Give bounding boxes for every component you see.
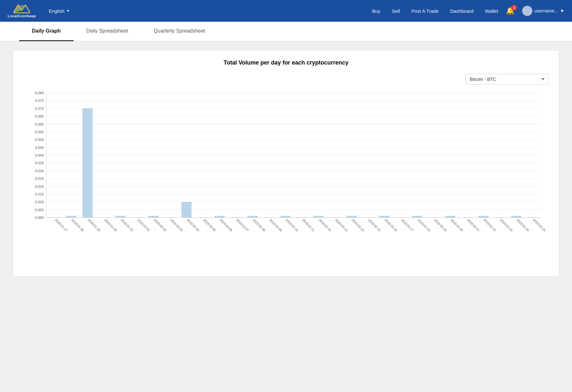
svg-rect-57 <box>380 216 389 218</box>
chart-area: 0.0000.0050.0100.0150.0200.0250.0300.035… <box>23 90 549 269</box>
svg-text:2019-02-05: 2019-02-05 <box>202 218 216 232</box>
chart-container: Total Volume per day for each cryptocurr… <box>13 50 559 277</box>
crypto-select[interactable]: Bitcoin - BTC Ethereum - ETH Litecoin - … <box>466 74 549 85</box>
logo-icon <box>13 4 30 13</box>
svg-text:2019-01-27: 2019-01-27 <box>54 218 68 232</box>
svg-rect-38 <box>66 216 76 218</box>
chart-title: Total Volume per day for each cryptocurr… <box>23 59 549 66</box>
svg-text:0.045: 0.045 <box>35 146 44 150</box>
svg-rect-61 <box>445 216 455 218</box>
svg-text:0.000: 0.000 <box>35 216 44 219</box>
nav-post-trade[interactable]: Post A Trade <box>411 8 439 14</box>
svg-text:2019-02-10: 2019-02-10 <box>285 218 299 232</box>
svg-rect-55 <box>347 216 357 218</box>
svg-text:2019-02-09: 2019-02-09 <box>269 218 283 232</box>
nav-wallet[interactable]: Wallet <box>485 8 498 14</box>
logo-text: LocalCoinSwap <box>8 14 36 18</box>
nav-sell[interactable]: Sell <box>392 8 400 14</box>
svg-rect-45 <box>182 202 192 218</box>
svg-text:2019-02-12: 2019-02-12 <box>318 218 332 232</box>
user-chevron-icon: ▼ <box>560 8 564 13</box>
svg-text:2019-02-14: 2019-02-14 <box>351 218 365 232</box>
svg-rect-47 <box>215 216 224 218</box>
svg-text:2019-01-31: 2019-01-31 <box>120 218 134 232</box>
svg-text:2019-02-11: 2019-02-11 <box>302 218 316 232</box>
svg-text:2019-02-08: 2019-02-08 <box>252 218 266 232</box>
navbar: LocalCoinSwap English ▼ Buy Sell Post A … <box>0 0 572 22</box>
svg-text:0.005: 0.005 <box>35 208 44 212</box>
svg-text:0.010: 0.010 <box>35 200 44 204</box>
svg-text:2019-02-22: 2019-02-22 <box>483 218 497 232</box>
tabs-bar: Daily Graph Daily Spreadsheet Quarterly … <box>0 22 572 41</box>
svg-text:2019-02-18: 2019-02-18 <box>417 218 431 232</box>
nav-links: Buy Sell Post A Trade Dashboard Wallet <box>372 8 498 14</box>
svg-rect-41 <box>116 216 126 218</box>
svg-text:2019-02-23: 2019-02-23 <box>499 218 513 232</box>
svg-text:2019-02-02: 2019-02-02 <box>153 218 167 232</box>
svg-text:2019-02-04: 2019-02-04 <box>186 218 200 232</box>
svg-text:0.050: 0.050 <box>35 138 44 142</box>
language-label: English <box>49 8 64 14</box>
svg-text:2019-02-24: 2019-02-24 <box>516 218 530 232</box>
svg-text:0.035: 0.035 <box>35 161 44 165</box>
svg-text:2019-02-17: 2019-02-17 <box>400 218 414 232</box>
avatar <box>522 6 532 16</box>
language-selector[interactable]: English ▼ <box>49 8 70 14</box>
svg-rect-43 <box>149 216 159 218</box>
svg-rect-39 <box>82 109 92 218</box>
svg-text:2019-02-13: 2019-02-13 <box>334 218 349 232</box>
tab-daily-graph[interactable]: Daily Graph <box>19 22 74 41</box>
tab-quarterly-spreadsheet[interactable]: Quarterly Spreadsheet <box>141 22 218 41</box>
chevron-down-icon: ▼ <box>67 9 70 13</box>
svg-text:0.040: 0.040 <box>35 153 44 157</box>
svg-text:0.055: 0.055 <box>35 130 44 134</box>
notification-bell[interactable]: 🔔 3 <box>506 7 514 15</box>
svg-text:2019-02-15: 2019-02-15 <box>367 218 381 232</box>
chart-controls: Bitcoin - BTC Ethereum - ETH Litecoin - … <box>23 74 549 85</box>
svg-text:2019-02-20: 2019-02-20 <box>450 218 464 232</box>
tab-daily-spreadsheet[interactable]: Daily Spreadsheet <box>74 22 141 41</box>
svg-text:0.015: 0.015 <box>35 192 44 196</box>
logo[interactable]: LocalCoinSwap <box>8 4 36 18</box>
svg-text:0.070: 0.070 <box>35 107 44 111</box>
svg-text:2019-02-16: 2019-02-16 <box>384 218 398 232</box>
nav-dashboard[interactable]: Dashboard <box>450 8 474 14</box>
svg-text:2019-02-25: 2019-02-25 <box>532 218 546 232</box>
svg-text:0.020: 0.020 <box>35 185 44 188</box>
svg-rect-51 <box>280 216 290 218</box>
user-menu[interactable]: username... ▼ <box>522 6 564 16</box>
svg-text:0.025: 0.025 <box>35 177 44 181</box>
svg-text:0.075: 0.075 <box>35 99 44 103</box>
svg-text:0.030: 0.030 <box>35 169 44 173</box>
svg-rect-59 <box>412 216 422 218</box>
svg-text:0.060: 0.060 <box>35 122 44 126</box>
main-content: Total Volume per day for each cryptocurr… <box>0 41 572 286</box>
svg-text:2019-01-30: 2019-01-30 <box>104 218 118 232</box>
svg-text:2019-02-01: 2019-02-01 <box>137 218 151 232</box>
svg-rect-65 <box>511 216 521 218</box>
svg-text:2019-02-19: 2019-02-19 <box>433 218 447 232</box>
svg-rect-53 <box>313 216 323 218</box>
svg-text:2019-01-29: 2019-01-29 <box>87 218 101 232</box>
nav-buy[interactable]: Buy <box>372 8 380 14</box>
svg-text:2019-01-28: 2019-01-28 <box>71 218 85 232</box>
svg-text:2019-02-21: 2019-02-21 <box>466 218 481 232</box>
svg-text:0.080: 0.080 <box>35 91 44 95</box>
notification-badge: 3 <box>511 5 517 11</box>
svg-rect-49 <box>247 216 257 218</box>
svg-text:2019-02-07: 2019-02-07 <box>236 218 250 232</box>
svg-text:2019-02-03: 2019-02-03 <box>169 218 184 232</box>
svg-text:2019-02-06: 2019-02-06 <box>219 218 233 232</box>
svg-rect-63 <box>478 216 488 218</box>
svg-text:0.065: 0.065 <box>35 114 44 118</box>
username: username... <box>534 8 558 13</box>
